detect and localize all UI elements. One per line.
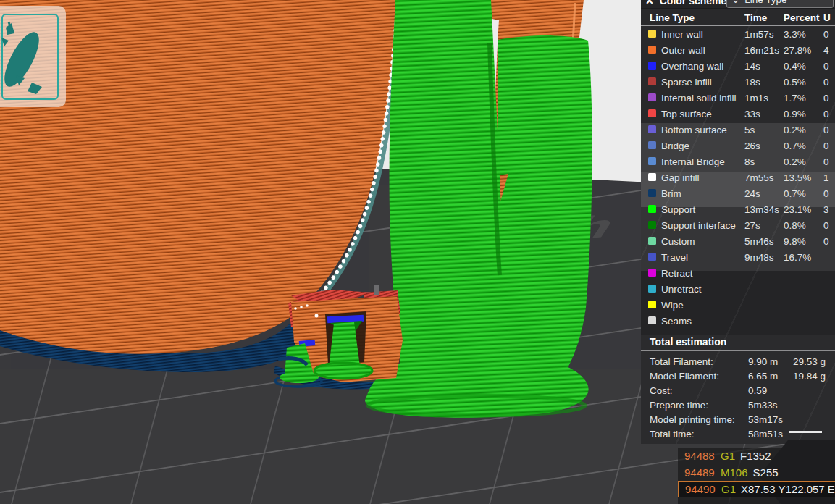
line-type-percent: 16.7% bbox=[784, 252, 811, 263]
col-time: Time bbox=[744, 12, 767, 22]
line-type-time: 14s bbox=[744, 61, 760, 72]
gcode-command: G1 bbox=[721, 450, 735, 462]
estimation-value-1: 6.65 m bbox=[748, 371, 778, 382]
legend-row: Bottom surface 5s 0.2% 0 bbox=[641, 122, 835, 138]
estimation-row: Model Filament: 6.65 m 19.84 g bbox=[641, 369, 835, 383]
gcode-line[interactable]: 94490 G1 X87.53 Y122.057 E.4 bbox=[678, 481, 835, 497]
legend-row: Unretract bbox=[641, 281, 835, 297]
line-type-color-swatch bbox=[648, 46, 656, 54]
estimation-value-2: 19.84 g bbox=[793, 371, 826, 382]
line-type-color-swatch bbox=[648, 316, 656, 324]
line-type-percent: 0.9% bbox=[784, 109, 806, 119]
legend-row: Support interface 27s 0.8% 0 bbox=[641, 217, 835, 233]
line-type-percent: 0.8% bbox=[784, 220, 806, 231]
line-type-label: Unretract bbox=[661, 284, 702, 295]
line-type-color-swatch bbox=[648, 285, 656, 293]
line-type-used: 0 bbox=[823, 61, 829, 72]
line-type-color-swatch bbox=[648, 125, 656, 133]
line-type-panel: ✕ Color scheme ⌄ Line Type Line Type Tim… bbox=[641, 0, 835, 444]
gcode-command: G1 bbox=[721, 483, 736, 495]
estimation-label: Cost: bbox=[650, 385, 673, 396]
line-type-used: 0 bbox=[823, 93, 829, 104]
line-type-used: 0 bbox=[823, 140, 829, 151]
line-type-time: 24s bbox=[744, 188, 760, 199]
slider-tick bbox=[789, 431, 822, 433]
legend-row: Inner wall 1m57s 3.3% 0 bbox=[641, 26, 835, 42]
line-type-percent: 3.3% bbox=[784, 29, 806, 40]
line-type-label: Sparse infill bbox=[661, 77, 712, 88]
line-type-label: Top surface bbox=[661, 109, 712, 119]
line-type-label: Travel bbox=[661, 252, 688, 263]
gcode-lines: 94488 G1 F1352 94489 M106 S255 94490 G1 … bbox=[678, 448, 835, 497]
legend-row: Bridge 26s 0.7% 0 bbox=[641, 138, 835, 154]
slicer-preview-window: 4th bbox=[0, 0, 835, 504]
line-type-label: Seams bbox=[661, 316, 692, 327]
legend-row: Top surface 33s 0.9% 0 bbox=[641, 106, 835, 122]
line-type-color-swatch bbox=[648, 141, 656, 149]
line-type-color-swatch bbox=[648, 77, 656, 85]
line-type-percent: 9.8% bbox=[784, 236, 806, 247]
legend-row: Brim 24s 0.7% 0 bbox=[641, 185, 835, 201]
line-type-used: 0 bbox=[823, 188, 829, 199]
line-type-label: Custom bbox=[661, 236, 695, 247]
col-percent: Percent bbox=[784, 12, 820, 22]
whale-model-icon bbox=[0, 6, 66, 107]
line-type-time: 8s bbox=[744, 156, 755, 167]
gcode-line[interactable]: 94489 M106 S255 bbox=[678, 464, 835, 481]
line-type-used: 4 bbox=[823, 45, 829, 56]
tab-color-scheme[interactable]: ✕ Color scheme bbox=[645, 0, 726, 9]
line-type-label: Internal solid infill bbox=[661, 93, 737, 104]
legend-row: Support 13m34s 23.1% 3 bbox=[641, 201, 835, 217]
legend-rows: Inner wall 1m57s 3.3% 0 Outer wall 16m21… bbox=[641, 26, 835, 329]
line-type-color-swatch bbox=[648, 93, 656, 101]
gcode-line[interactable]: 94488 G1 F1352 bbox=[678, 448, 835, 464]
total-estimation-title: Total estimation bbox=[641, 329, 835, 350]
line-type-time: 1m57s bbox=[744, 29, 774, 40]
line-type-time: 16m21s bbox=[744, 45, 779, 56]
close-icon[interactable]: ✕ bbox=[645, 0, 654, 7]
gcode-args: X87.53 Y122.057 E.4 bbox=[741, 483, 835, 495]
estimation-row: Cost: 0.59 bbox=[641, 383, 835, 398]
line-type-percent: 23.1% bbox=[784, 204, 811, 215]
chevron-down-icon: ⌄ bbox=[731, 0, 739, 5]
line-type-percent: 0.7% bbox=[784, 188, 806, 199]
line-type-color-swatch bbox=[648, 221, 656, 229]
view-mode-tabbar: ✕ Color scheme ⌄ Line Type bbox=[641, 0, 835, 9]
model-thumbnail bbox=[0, 6, 66, 107]
estimation-value-1: 53m17s bbox=[748, 414, 783, 425]
legend-row: Sparse infill 18s 0.5% 0 bbox=[641, 74, 835, 90]
legend-row: Outer wall 16m21s 27.8% 4 bbox=[641, 42, 835, 58]
line-type-time: 5m46s bbox=[744, 236, 774, 247]
legend-row: Overhang wall 14s 0.4% 0 bbox=[641, 58, 835, 74]
line-type-dropdown[interactable]: ⌄ Line Type bbox=[726, 0, 834, 8]
gcode-overlay: 94488 G1 F1352 94489 M106 S255 94490 G1 … bbox=[678, 448, 835, 504]
line-type-color-swatch bbox=[648, 157, 656, 165]
line-type-time: 13m34s bbox=[744, 204, 779, 215]
line-type-percent: 0.2% bbox=[784, 156, 806, 167]
line-type-label: Internal Bridge bbox=[661, 156, 725, 167]
line-type-used: 0 bbox=[823, 236, 829, 247]
legend-row: Internal solid infill 1m1s 1.7% 0 bbox=[641, 90, 835, 106]
line-type-used: 0 bbox=[823, 125, 829, 135]
legend-row: Travel 9m48s 16.7% bbox=[641, 249, 835, 265]
line-type-label: Brim bbox=[661, 188, 681, 199]
estimation-value-1: 58m51s bbox=[748, 429, 783, 440]
line-type-label: Bridge bbox=[661, 140, 689, 151]
line-type-time: 5s bbox=[744, 125, 755, 135]
legend-row: Retract bbox=[641, 265, 835, 281]
line-type-label: Inner wall bbox=[661, 29, 703, 40]
line-type-color-swatch bbox=[648, 109, 656, 117]
gcode-line-number: 94488 bbox=[684, 450, 721, 462]
legend-table-header: Line Type Time Percent U bbox=[641, 9, 835, 26]
line-type-label: Support interface bbox=[661, 220, 736, 231]
line-type-color-swatch bbox=[648, 62, 656, 70]
line-type-label: Retract bbox=[661, 268, 693, 279]
legend-row: Wipe bbox=[641, 297, 835, 313]
line-type-color-swatch bbox=[648, 30, 656, 38]
line-type-used: 0 bbox=[823, 109, 829, 119]
line-type-time: 9m48s bbox=[744, 252, 774, 263]
estimation-label: Model printing time: bbox=[650, 414, 735, 425]
estimation-row: Model printing time: 53m17s bbox=[641, 412, 835, 427]
divider bbox=[641, 350, 835, 351]
line-type-percent: 27.8% bbox=[784, 45, 811, 56]
